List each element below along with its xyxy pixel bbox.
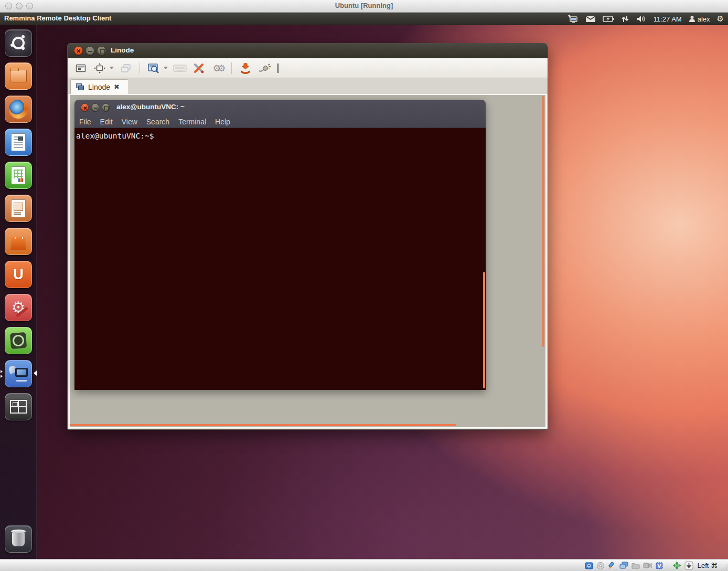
viewport-vertical-scrollbar[interactable] xyxy=(542,96,544,347)
panel-clock[interactable]: 11:27 AM xyxy=(654,15,682,23)
duplicate-connection-icon[interactable] xyxy=(119,61,133,75)
toolbar-separator xyxy=(231,62,232,74)
battery-icon[interactable] xyxy=(603,16,614,22)
fullscreen-icon[interactable] xyxy=(74,61,88,75)
launcher-item-trash[interactable] xyxy=(5,525,32,553)
updater-icon xyxy=(10,332,27,350)
menu-search[interactable]: Search xyxy=(146,118,169,126)
terminal-prompt: alex@ubuntuVNC:~$ xyxy=(76,132,154,140)
ubuntu-top-panel: Remmina Remote Desktop Client 11:27 AM xyxy=(0,13,728,25)
tab-close-icon[interactable]: ✖ xyxy=(114,83,120,91)
menu-file[interactable]: File xyxy=(79,118,91,126)
virtualbox-screen: Ubuntu [Running] Remmina Remote Desktop … xyxy=(0,0,728,571)
terminal-window-title: alex@ubuntuVNC: ~ xyxy=(116,103,185,111)
launcher-item-software-updater[interactable] xyxy=(5,327,32,354)
terminal-maximize-button[interactable] xyxy=(102,103,110,111)
launcher-item-libreoffice-writer[interactable] xyxy=(5,129,32,156)
maximize-button[interactable] xyxy=(97,46,106,55)
cd-icon[interactable] xyxy=(596,562,605,570)
gears-glyph: ⚙⚙ xyxy=(213,63,222,73)
panel-username: alex xyxy=(698,15,710,23)
remmina-running-pips xyxy=(1,370,3,378)
launcher-item-firefox[interactable] xyxy=(5,96,32,123)
connection-windows-icon xyxy=(76,83,84,90)
screenshot-icon[interactable] xyxy=(239,61,252,75)
folder-icon xyxy=(10,70,27,82)
user-icon xyxy=(689,15,695,23)
calc-spreadsheet-icon xyxy=(11,166,26,184)
launcher-item-system-settings[interactable]: ⚙ xyxy=(5,294,32,321)
firefox-icon xyxy=(9,100,28,119)
virtualization-chip-icon[interactable]: V xyxy=(655,562,663,570)
keyboard-grab-icon[interactable] xyxy=(173,61,187,75)
remmina-window-title: Linode xyxy=(111,46,134,54)
svg-text:V: V xyxy=(657,563,661,568)
mouse-integration-icon[interactable] xyxy=(672,561,681,570)
remmina-tabbar: Linode ✖ xyxy=(68,78,548,94)
remote-desktop-indicator-icon[interactable] xyxy=(567,15,579,23)
panel-tray: 11:27 AM alex ⚙ xyxy=(567,13,724,25)
unity-launcher: U ⚙ xyxy=(0,25,37,559)
session-gear-icon[interactable]: ⚙ xyxy=(717,15,724,23)
remote-desktop-viewport[interactable]: alex@ubuntuVNC: ~ File Edit View Search … xyxy=(69,94,547,428)
terminal-window: alex@ubuntuVNC: ~ File Edit View Search … xyxy=(74,100,486,390)
remmina-window: Linode xyxy=(67,43,548,430)
shared-folder-icon[interactable] xyxy=(631,562,640,569)
launcher-item-workspace-switcher[interactable] xyxy=(5,393,32,420)
launcher-item-files[interactable] xyxy=(5,62,32,90)
minimize-button[interactable] xyxy=(85,46,94,55)
launcher-item-libreoffice-calc[interactable] xyxy=(5,162,32,189)
terminal-minimize-button[interactable] xyxy=(91,103,99,111)
remmina-titlebar[interactable]: Linode xyxy=(68,44,548,58)
remmina-toolbar: ⚙⚙ xyxy=(68,58,548,78)
terminal-titlebar[interactable]: alex@ubuntuVNC: ~ File Edit View Search … xyxy=(74,100,486,128)
menu-terminal[interactable]: Terminal xyxy=(178,118,206,126)
menu-edit[interactable]: Edit xyxy=(100,118,113,126)
trash-icon xyxy=(12,532,25,546)
tab-linode[interactable]: Linode ✖ xyxy=(70,79,129,94)
fit-window-icon[interactable] xyxy=(93,61,106,75)
toolbar-text-cursor xyxy=(277,64,279,73)
harddisk-icon[interactable] xyxy=(585,562,593,570)
panel-user-menu[interactable]: alex xyxy=(689,15,710,23)
pencil-icon[interactable] xyxy=(608,562,616,570)
keyboard-capture-icon[interactable] xyxy=(684,561,693,570)
statusbar-separator xyxy=(668,562,668,569)
menu-view[interactable]: View xyxy=(122,118,137,126)
tools-icon[interactable]: ⚙⚙ xyxy=(211,61,224,75)
launcher-item-ubuntu-one[interactable]: U xyxy=(5,261,32,288)
launcher-item-software-center[interactable] xyxy=(5,228,32,255)
terminal-body[interactable]: alex@ubuntuVNC:~$ xyxy=(74,128,486,390)
shopping-bag-icon xyxy=(10,237,26,250)
display-icon[interactable] xyxy=(619,562,628,569)
fit-window-dropdown-icon[interactable] xyxy=(110,67,114,69)
launcher-item-libreoffice-impress[interactable] xyxy=(5,195,32,222)
scaled-view-dropdown-icon[interactable] xyxy=(164,67,168,69)
viewport-horizontal-scrollbar[interactable] xyxy=(70,424,456,426)
video-capture-icon[interactable] xyxy=(643,562,652,569)
menu-help[interactable]: Help xyxy=(215,118,230,126)
desktop-wallpaper: U ⚙ xyxy=(0,25,728,559)
remmina-focused-arrow xyxy=(34,371,37,376)
hostkey-label: Left ⌘ xyxy=(697,562,718,569)
close-button[interactable] xyxy=(74,46,83,55)
ubuntu-one-icon: U xyxy=(13,267,24,283)
virtualbox-statusbar: V Left ⌘ xyxy=(0,559,728,571)
volume-icon[interactable] xyxy=(636,15,647,23)
workspace-grid-icon xyxy=(10,400,27,414)
writer-document-icon xyxy=(11,133,26,151)
mail-icon[interactable] xyxy=(585,15,596,23)
launcher-item-dash-home[interactable] xyxy=(5,29,32,57)
macos-titlebar: Ubuntu [Running] xyxy=(0,0,728,13)
remmina-icon xyxy=(9,365,28,383)
terminal-scrollbar[interactable] xyxy=(483,272,485,388)
panel-app-title: Remmina Remote Desktop Client xyxy=(4,14,111,22)
network-arrows-icon[interactable] xyxy=(621,15,629,23)
preferences-icon[interactable] xyxy=(192,61,206,75)
launcher-item-remmina[interactable] xyxy=(5,360,32,387)
resize-grip[interactable] xyxy=(720,563,727,570)
ubuntu-logo-icon xyxy=(12,37,25,49)
scaled-view-icon[interactable] xyxy=(147,61,160,75)
terminal-close-button[interactable] xyxy=(81,103,89,111)
disconnect-icon[interactable] xyxy=(258,61,271,75)
